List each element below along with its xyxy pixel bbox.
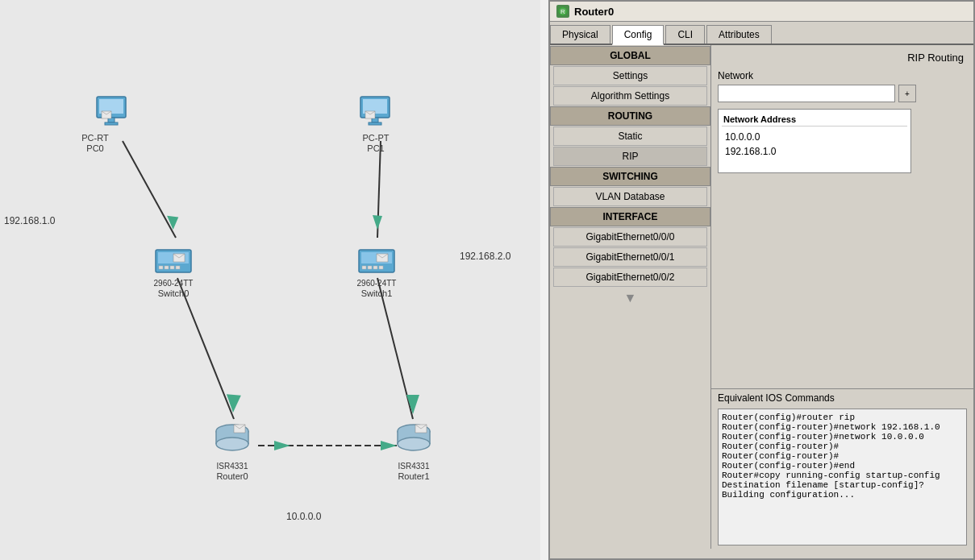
svg-rect-33 <box>170 266 174 269</box>
svg-rect-43 <box>368 266 372 269</box>
section-header-global: GLOBAL <box>550 46 710 65</box>
sidebar-item-settings[interactable]: Settings <box>553 66 707 85</box>
svg-text:ISR4331: ISR4331 <box>398 462 430 471</box>
section-header-routing: ROUTING <box>550 106 710 126</box>
svg-text:2960-24TT: 2960-24TT <box>357 279 397 288</box>
svg-marker-3 <box>373 215 382 230</box>
sidebar-item-gig002[interactable]: GigabitEthernet0/0/2 <box>553 268 707 287</box>
svg-rect-31 <box>159 266 163 269</box>
tab-config[interactable]: Config <box>612 25 665 45</box>
network-address-1: 192.168.1.0 <box>722 144 907 159</box>
svg-text:Switch1: Switch1 <box>361 288 393 298</box>
router-icon: R <box>556 5 569 18</box>
svg-line-0 <box>123 141 176 238</box>
svg-text:Router1: Router1 <box>398 471 429 481</box>
router-panel: R Router0 Physical Config CLI Attributes… <box>548 0 975 560</box>
panel-title: Router0 <box>574 6 614 18</box>
rip-routing-area: RIP Routing Network + Network Address 10… <box>711 45 973 388</box>
tab-attributes[interactable]: Attributes <box>706 25 772 44</box>
svg-rect-44 <box>373 266 377 269</box>
svg-text:Switch0: Switch0 <box>158 288 190 298</box>
svg-point-53 <box>216 438 248 450</box>
sidebar-item-algorithm-settings[interactable]: Algorithm Settings <box>553 86 707 106</box>
network-input[interactable] <box>718 85 895 102</box>
rip-routing-title: RIP Routing <box>718 52 967 64</box>
svg-text:ISR4331: ISR4331 <box>217 462 248 471</box>
sidebar-item-static[interactable]: Static <box>553 127 707 146</box>
sidebar-item-gig000[interactable]: GigabitEthernet0/0/0 <box>553 227 707 247</box>
svg-marker-9 <box>274 441 290 450</box>
svg-text:R: R <box>560 8 565 15</box>
right-content: RIP Routing Network + Network Address 10… <box>711 45 973 549</box>
svg-text:192.168.2.0: 192.168.2.0 <box>460 251 511 262</box>
svg-rect-42 <box>362 266 366 269</box>
svg-rect-32 <box>165 266 169 269</box>
sidebar-item-gig001[interactable]: GigabitEthernet0/0/1 <box>553 247 707 267</box>
network-label: Network <box>718 70 967 81</box>
svg-text:PC-PT: PC-PT <box>363 133 390 143</box>
network-diagram: PC-RT PC0 PC-PT PC1 2960-2 <box>0 0 540 560</box>
ios-commands-title: Equivalent IOS Commands <box>711 389 973 407</box>
svg-rect-14 <box>105 122 118 125</box>
svg-text:2960-24TT: 2960-24TT <box>154 279 194 288</box>
title-bar: R Router0 <box>550 2 973 22</box>
main-content: GLOBAL Settings Algorithm Settings ROUTI… <box>550 45 973 549</box>
svg-text:PC1: PC1 <box>367 143 384 153</box>
network-address-0: 10.0.0.0 <box>722 130 907 144</box>
network-address-header: Network Address <box>722 113 907 127</box>
tabs-container: Physical Config CLI Attributes <box>550 22 973 45</box>
sidebar-item-vlan-database[interactable]: VLAN Database <box>553 187 707 206</box>
svg-rect-45 <box>379 266 383 269</box>
add-network-button[interactable]: + <box>898 85 916 102</box>
network-addresses-box: Network Address 10.0.0.0 192.168.1.0 <box>718 109 911 173</box>
tab-cli[interactable]: CLI <box>665 25 705 44</box>
sidebar-item-rip[interactable]: RIP <box>553 147 707 166</box>
svg-text:192.168.1.0: 192.168.1.0 <box>4 215 56 226</box>
svg-marker-10 <box>381 441 397 450</box>
section-header-interface: INTERFACE <box>550 207 710 226</box>
network-input-row: + <box>718 85 967 102</box>
left-sidebar: GLOBAL Settings Algorithm Settings ROUTI… <box>550 45 711 549</box>
ios-commands-box[interactable]: Router(config)#router rip Router(config-… <box>718 409 967 545</box>
svg-text:10.0.0.0: 10.0.0.0 <box>286 511 322 522</box>
network-section: Network + <box>718 70 967 102</box>
svg-rect-34 <box>176 266 180 269</box>
network-area: PC-RT PC0 PC-PT PC1 2960-2 <box>0 0 540 560</box>
svg-rect-23 <box>369 122 381 125</box>
svg-text:PC0: PC0 <box>86 143 103 153</box>
section-header-switching: SWITCHING <box>550 167 710 186</box>
svg-marker-7 <box>406 395 419 414</box>
svg-line-4 <box>177 278 234 419</box>
svg-point-63 <box>398 438 430 450</box>
svg-text:PC-RT: PC-RT <box>81 133 109 143</box>
svg-text:Router0: Router0 <box>216 471 248 481</box>
svg-marker-1 <box>167 214 180 230</box>
ios-commands-section: Equivalent IOS Commands Router(config)#r… <box>711 388 973 549</box>
tab-physical[interactable]: Physical <box>550 25 610 44</box>
scroll-down-indicator: ▼ <box>550 288 710 309</box>
